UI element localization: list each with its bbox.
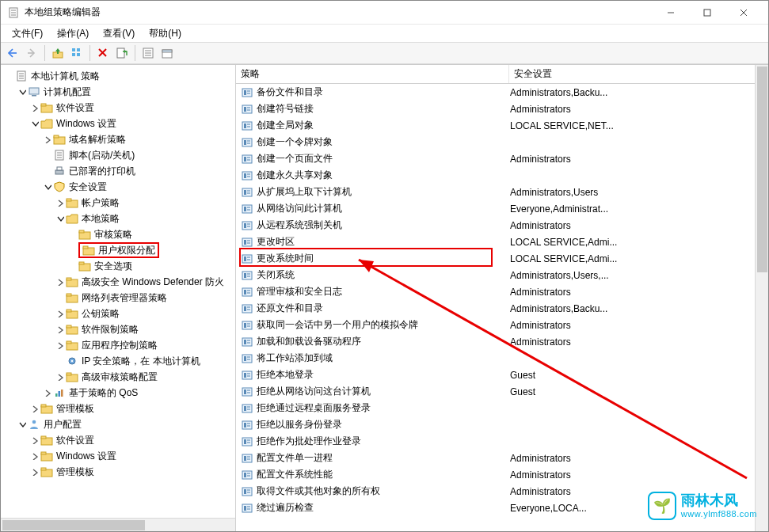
list-row[interactable]: 备份文件和目录Administrators,Backu... xyxy=(236,84,768,101)
column-security[interactable]: 安全设置 xyxy=(509,65,768,83)
list-row[interactable]: 创建永久共享对象 xyxy=(236,167,768,184)
list-vertical-scrollbar[interactable] xyxy=(755,65,768,531)
list-row[interactable]: 创建符号链接Administrators xyxy=(236,101,768,117)
menu-action[interactable]: 操作(A) xyxy=(51,25,95,42)
chart-icon xyxy=(53,386,66,399)
tree-network-list[interactable]: 网络列表管理器策略 xyxy=(4,290,235,306)
security-setting: Guest xyxy=(505,370,768,381)
list-row[interactable]: 拒绝从网络访问这台计算机Guest xyxy=(236,383,768,400)
tree-root[interactable]: 本地计算机 策略 xyxy=(4,68,235,84)
tree-windows-settings[interactable]: Windows 设置 xyxy=(4,116,235,131)
policy-icon xyxy=(241,253,253,265)
tree-software-settings-user[interactable]: 软件设置 xyxy=(4,432,235,448)
forward-button[interactable] xyxy=(23,44,40,62)
close-button[interactable] xyxy=(725,1,762,25)
policy-name: 创建永久共享对象 xyxy=(257,169,333,182)
tree-local-policies[interactable]: 本地策略 xyxy=(4,211,235,226)
list-row[interactable]: 更改时区LOCAL SERVICE,Admi... xyxy=(236,234,768,250)
tree-dns-policy[interactable]: 域名解析策略 xyxy=(4,131,235,147)
svg-rect-39 xyxy=(704,10,710,16)
tree-label: 网络列表管理器策略 xyxy=(82,290,167,306)
tree-defender-firewall[interactable]: 高级安全 Windows Defender 防火 xyxy=(4,274,235,290)
show-hide-tree-button[interactable] xyxy=(68,44,86,62)
list-row[interactable]: 将工作站添加到域 xyxy=(236,350,768,367)
chevron-right-icon[interactable] xyxy=(29,437,40,444)
policy-name: 创建全局对象 xyxy=(257,119,314,132)
chevron-right-icon[interactable] xyxy=(55,326,66,333)
tree-horizontal-scrollbar[interactable] xyxy=(1,518,235,531)
view-button[interactable] xyxy=(158,44,176,62)
list-row[interactable]: 从远程系统强制关机Administrators xyxy=(236,217,768,234)
security-setting: Administrators xyxy=(505,220,768,231)
tree-ipsec[interactable]: IP 安全策略，在 本地计算机 xyxy=(4,353,235,369)
list-row[interactable]: 管理审核和安全日志Administrators xyxy=(236,283,768,300)
tree-user-config[interactable]: 用户配置 xyxy=(4,416,235,432)
policy-icon xyxy=(241,386,253,398)
minimize-button[interactable] xyxy=(653,1,689,25)
column-policy[interactable]: 策略 xyxy=(236,65,509,83)
tree-software-settings[interactable]: 软件设置 xyxy=(4,100,235,116)
list-row[interactable]: 从网络访问此计算机Everyone,Administrat... xyxy=(236,200,768,217)
tree-software-restriction[interactable]: 软件限制策略 xyxy=(4,321,235,337)
chevron-right-icon[interactable] xyxy=(55,374,66,381)
chevron-down-icon[interactable] xyxy=(42,184,53,191)
export-button[interactable] xyxy=(113,44,131,62)
tree-admin-templates[interactable]: 管理模板 xyxy=(4,401,235,416)
tree-security-settings[interactable]: 安全设置 xyxy=(4,179,235,195)
chevron-right-icon[interactable] xyxy=(55,279,66,286)
list-row[interactable]: 获取同一会话中另一个用户的模拟令牌Administrators xyxy=(236,317,768,333)
list-row[interactable]: 配置文件系统性能Administrators xyxy=(236,466,768,483)
chevron-down-icon[interactable] xyxy=(29,120,40,127)
tree-qos[interactable]: 基于策略的 QoS xyxy=(4,385,235,401)
chevron-right-icon[interactable] xyxy=(29,469,40,476)
tree-advanced-audit[interactable]: 高级审核策略配置 xyxy=(4,369,235,385)
tree-user-rights-assignment[interactable]: 用户权限分配 xyxy=(4,242,235,258)
chevron-right-icon[interactable] xyxy=(55,342,66,349)
chevron-right-icon[interactable] xyxy=(42,136,53,143)
menu-help[interactable]: 帮助(H) xyxy=(143,25,188,42)
tree-security-options[interactable]: 安全选项 xyxy=(4,258,235,274)
properties-button[interactable] xyxy=(139,44,157,62)
list-row[interactable]: 创建一个页面文件Administrators xyxy=(236,150,768,167)
list-pane: 策略 安全设置 备份文件和目录Administrators,Backu...创建… xyxy=(236,65,768,531)
chevron-right-icon[interactable] xyxy=(29,453,40,460)
policy-name: 配置文件系统性能 xyxy=(257,468,333,481)
list-row[interactable]: 拒绝作为批处理作业登录 xyxy=(236,433,768,450)
chevron-right-icon[interactable] xyxy=(55,200,66,207)
tree-computer-config[interactable]: 计算机配置 xyxy=(4,84,235,100)
chevron-down-icon[interactable] xyxy=(17,89,28,96)
up-button[interactable] xyxy=(49,44,67,62)
folder-icon xyxy=(40,101,53,114)
tree-printers[interactable]: 已部署的打印机 xyxy=(4,163,235,179)
list-row[interactable]: 拒绝本地登录Guest xyxy=(236,367,768,383)
back-button[interactable] xyxy=(4,44,21,62)
chevron-right-icon[interactable] xyxy=(29,405,40,412)
list-row[interactable]: 拒绝以服务身份登录 xyxy=(236,416,768,433)
chevron-right-icon[interactable] xyxy=(29,104,40,112)
list-row[interactable]: 更改系统时间LOCAL SERVICE,Admi... xyxy=(236,250,768,267)
delete-button[interactable] xyxy=(94,44,112,62)
list-row[interactable]: 创建全局对象LOCAL SERVICE,NET... xyxy=(236,117,768,134)
menubar: 文件(F) 操作(A) 查看(V) 帮助(H) xyxy=(1,25,768,42)
tree-scripts[interactable]: 脚本(启动/关机) xyxy=(4,147,235,163)
tree-windows-settings-user[interactable]: Windows 设置 xyxy=(4,448,235,464)
maximize-button[interactable] xyxy=(689,1,725,25)
list-row[interactable]: 拒绝通过远程桌面服务登录 xyxy=(236,400,768,416)
list-row[interactable]: 从扩展坞上取下计算机Administrators,Users xyxy=(236,184,768,200)
menu-view[interactable]: 查看(V) xyxy=(97,25,141,42)
chevron-down-icon[interactable] xyxy=(55,215,66,222)
tree-app-control[interactable]: 应用程序控制策略 xyxy=(4,337,235,353)
chevron-right-icon[interactable] xyxy=(42,390,53,397)
list-row[interactable]: 关闭系统Administrators,Users,... xyxy=(236,267,768,283)
chevron-down-icon[interactable] xyxy=(17,421,28,428)
tree-account-policies[interactable]: 帐户策略 xyxy=(4,195,235,211)
list-row[interactable]: 加载和卸载设备驱动程序Administrators xyxy=(236,333,768,350)
tree-admin-templates-user[interactable]: 管理模板 xyxy=(4,464,235,480)
list-row[interactable]: 创建一个令牌对象 xyxy=(236,134,768,150)
list-row[interactable]: 还原文件和目录Administrators,Backu... xyxy=(236,300,768,317)
chevron-right-icon[interactable] xyxy=(55,310,66,317)
tree-audit-policy[interactable]: 审核策略 xyxy=(4,226,235,242)
menu-file[interactable]: 文件(F) xyxy=(6,25,49,42)
list-row[interactable]: 配置文件单一进程Administrators xyxy=(236,450,768,466)
tree-public-key[interactable]: 公钥策略 xyxy=(4,306,235,321)
